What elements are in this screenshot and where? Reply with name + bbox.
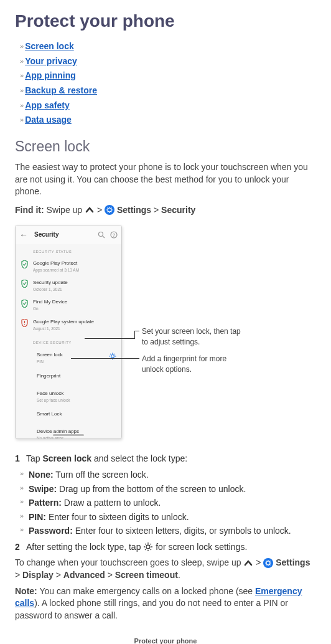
row-title: Smart Lock	[37, 410, 116, 417]
toc-link-your-privacy[interactable]: Your privacy	[25, 55, 77, 68]
chevron-icon: »	[20, 115, 22, 125]
callout-line	[85, 338, 134, 339]
chevron-icon: »	[20, 42, 22, 51]
phone-header-title: Security	[34, 230, 58, 239]
row-sub: October 1, 2021	[33, 286, 116, 292]
svg-point-0	[108, 208, 111, 212]
svg-point-14	[24, 324, 25, 325]
row-fingerprint: Fingerprint	[16, 369, 121, 386]
callout-line	[71, 358, 139, 359]
row-smart-lock: Smart Lock	[16, 407, 121, 424]
row-sub: Set up face unlock	[37, 397, 116, 403]
page-title: Protect your phone	[15, 0, 316, 39]
shield-red-icon	[19, 318, 29, 328]
step-text: for screen lock settings.	[153, 542, 247, 552]
note-body: You can make emergency calls on a locked…	[37, 586, 255, 596]
svg-line-7	[111, 208, 112, 209]
row-security-update: Security updateOctober 1, 2021	[16, 277, 121, 296]
chevron-icon: »	[20, 497, 29, 509]
bullet-password: »Password: Enter four to sixteen letters…	[20, 525, 316, 537]
row-face-unlock: Face unlockSet up face unlock	[16, 386, 121, 407]
gt: >	[95, 205, 105, 215]
opt-bold: None:	[29, 470, 54, 480]
chevron-icon: »	[20, 86, 22, 95]
settings-label: Settings	[117, 205, 151, 215]
row-title: Fingerprint	[37, 372, 116, 379]
gt: >	[151, 205, 161, 215]
step-1: 1 Tap Screen lock and select the lock ty…	[15, 453, 316, 465]
svg-line-39	[270, 564, 271, 565]
svg-line-20	[110, 354, 111, 354]
svg-line-5	[108, 208, 108, 209]
settings-icon	[263, 558, 273, 568]
row-play-protect: Google Play ProtectApps scanned at 3:13 …	[16, 257, 121, 277]
svg-point-33	[266, 561, 270, 565]
opt-bold: Pattern:	[29, 498, 62, 508]
row-find-my-device: Find My DeviceOn	[16, 296, 121, 315]
security-label: Security	[161, 205, 195, 215]
row-sub: On	[33, 306, 116, 311]
opt-text: Drag up from the bottom of the screen to…	[57, 484, 246, 494]
row-title: Device admin apps	[37, 428, 116, 435]
chevron-icon: »	[20, 525, 29, 537]
path-timeout: Screen timeout	[115, 570, 178, 580]
chevron-up-icon	[85, 205, 95, 215]
toc-list: »Screen lock »Your privacy »App pinning …	[15, 39, 316, 128]
svg-point-9	[99, 232, 103, 237]
section-heading: Screen lock	[15, 136, 316, 156]
gt: >	[253, 557, 263, 567]
security-status-label: SECURITY STATUS	[16, 244, 121, 257]
chevron-icon: »	[20, 71, 22, 80]
gt: >	[15, 570, 22, 580]
step-number: 2	[15, 541, 26, 554]
gear-icon	[143, 542, 153, 552]
svg-line-22	[114, 354, 115, 354]
bullet-pattern: »Pattern: Draw a pattern to unlock.	[20, 497, 316, 509]
svg-line-31	[151, 544, 151, 544]
settings-icon	[105, 205, 114, 215]
svg-line-40	[270, 561, 271, 561]
path-display: Display	[22, 570, 54, 580]
svg-line-10	[103, 236, 105, 238]
bullet-pin: »PIN: Enter four to sixteen digits to un…	[20, 511, 316, 524]
note-body: ). A locked phone still rings, and you d…	[15, 598, 288, 620]
intro-text: The easiest way to protect your phone is…	[15, 161, 316, 198]
svg-line-32	[145, 549, 146, 550]
phone-header: ← Security ?	[16, 225, 121, 244]
opt-text: Enter four to sixteen digits to unlock.	[46, 512, 189, 522]
svg-line-29	[145, 544, 146, 544]
toc-link-backup-restore[interactable]: Backup & restore	[25, 85, 97, 97]
row-title: Screen lock	[37, 351, 109, 358]
svg-point-24	[146, 545, 150, 549]
row-sub: August 1, 2021	[33, 326, 116, 331]
help-icon: ?	[110, 231, 118, 239]
opt-bold: Swipe:	[29, 484, 57, 494]
svg-line-41	[266, 564, 267, 565]
chevron-up-icon	[243, 558, 253, 568]
toc-link-app-pinning[interactable]: App pinning	[25, 70, 76, 82]
toc-link-app-safety[interactable]: App safety	[25, 100, 70, 112]
row-play-system-update: Google Play system updateAugust 1, 2021	[16, 316, 121, 335]
svg-line-8	[108, 212, 108, 212]
toc-link-data-usage[interactable]: Data usage	[25, 114, 72, 126]
callout-screen-lock: Set your screen lock, then tap to adjust…	[142, 326, 241, 348]
row-sub: Apps scanned at 3:13 AM	[33, 267, 116, 273]
phone-frame: ← Security ? SECURITY STATUS Google Play…	[15, 225, 122, 439]
shield-green-icon	[19, 260, 29, 270]
search-icon	[98, 231, 105, 239]
shield-green-icon	[19, 298, 29, 308]
chevron-icon: »	[20, 511, 29, 524]
opt-bold: PIN:	[29, 512, 46, 522]
toc-link-screen-lock[interactable]: Screen lock	[25, 40, 74, 53]
row-device-admin: Device admin appsNo active apps	[16, 424, 121, 440]
callout-fingerprint: Add a fingerprint for more unlock option…	[142, 354, 241, 375]
bullet-swipe: »Swipe: Drag up from the bottom of the s…	[20, 483, 316, 496]
row-title: Security update	[33, 279, 116, 286]
row-sub: PIN	[37, 359, 109, 364]
note-text: Note: You can make emergency calls on a …	[15, 585, 316, 622]
step-number: 1	[15, 453, 26, 465]
gt: >	[105, 570, 115, 580]
svg-point-15	[111, 355, 114, 358]
find-it-swipe: Swipe up	[44, 205, 85, 215]
step-text: After setting the lock type, tap	[26, 542, 143, 552]
